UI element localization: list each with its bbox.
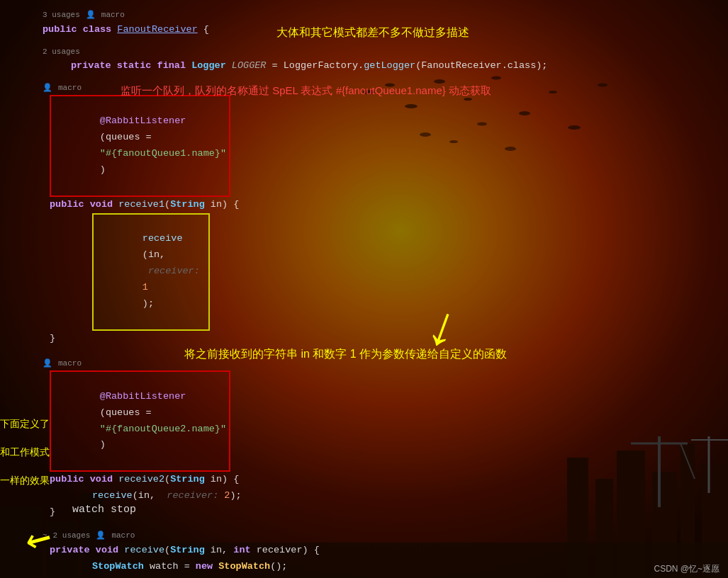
watch-start-line: watch. start (); 开始计时 <box>14 575 728 578</box>
stopwatch-line: StopWatch watch = new StopWatch (); <box>14 559 728 575</box>
receive2-sig-line: public void receive2 ( String in) { <box>14 472 728 488</box>
left-note-2: 和工作模式 <box>0 446 50 459</box>
annotation-box-1: @RabbitListener (queues = "#{fanoutQueue… <box>50 95 230 197</box>
annotation-title: 大体和其它模式都差不多不做过多描述 <box>276 23 469 42</box>
annotation-receive: 将之前接收到的字符串 in 和数字 1 作为参数传递给自定义的函数 <box>184 344 507 363</box>
code-panel: 3 usages 👤 macro public class FanoutRece… <box>0 0 728 578</box>
left-note-3: 一样的效果 <box>0 475 50 487</box>
keyword-class: class <box>83 22 118 38</box>
annotation-box-2: @RabbitListener (queues = "#{fanoutQueue… <box>50 370 230 472</box>
receive-call-box-1: receive (in, receiver: 1 ); <box>92 213 210 332</box>
watermark: CSDN @忆~逐愿 <box>645 560 728 578</box>
rabbit-listener-1-line: @RabbitListener (queues = "#{fanoutQueue… <box>14 95 728 197</box>
logger-declaration-line: private static final Logger LOGGER = Log… <box>14 58 728 74</box>
left-note-1: 下面定义了 <box>0 418 50 431</box>
receive1-body-line: receive (in, receiver: 1 ); <box>14 213 728 332</box>
annotation-queue: 监听一个队列，队列的名称通过 SpEL 表达式 #{fanoutQueue1.n… <box>121 81 491 100</box>
left-notes: 下面定义了 和工作模式 一样的效果 <box>0 418 50 456</box>
rabbit-listener-2-line: @RabbitListener (queues = "#{fanoutQueue… <box>14 370 728 472</box>
receive2-body-line: receive (in, receiver: 2 ); <box>14 488 728 504</box>
keyword-public: public <box>43 22 83 38</box>
receive-private-sig-line: private void receive ( String in, int re… <box>14 543 728 559</box>
meta-usages-3: 3 usages 👤 macro <box>14 8 728 22</box>
receive1-sig-line: public void receive1 ( String in) { <box>14 197 728 213</box>
person-icon-1: 👤 <box>86 8 96 22</box>
start-note: 开始计时 <box>227 575 269 578</box>
class-name-fanout: FanoutReceiver <box>117 22 197 38</box>
watch-stop-label: watch stop <box>72 504 136 516</box>
meta-usages-2a: 2 usages <box>14 45 728 59</box>
meta-usages-2b: ~ 2 usages 👤 macro <box>14 529 728 543</box>
